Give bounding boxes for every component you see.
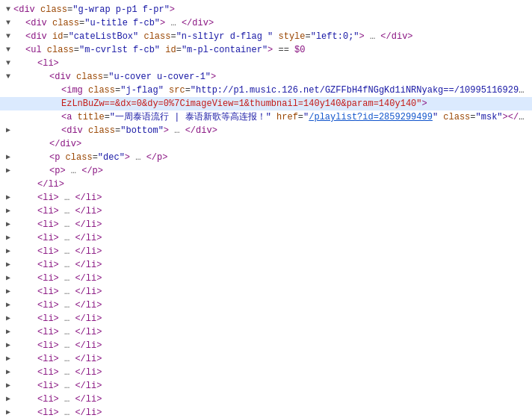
- code-line-12[interactable]: <p class="dec"> … </p>: [0, 151, 532, 164]
- indent-4: [13, 43, 25, 57]
- toggle-23[interactable]: [3, 300, 13, 311]
- toggle-4[interactable]: [3, 45, 13, 55]
- code-line-13[interactable]: <p> … </p>: [0, 164, 532, 178]
- code-line-28[interactable]: <li> … </li>: [0, 366, 532, 379]
- code-line-16[interactable]: <li> … </li>: [0, 205, 532, 218]
- code-line-22[interactable]: <li> … </li>: [0, 285, 532, 299]
- indent-2: [13, 16, 25, 30]
- indent-19: [13, 245, 37, 258]
- code-line-29[interactable]: <li> … </li>: [0, 379, 532, 393]
- toggle-27[interactable]: [3, 354, 13, 364]
- line-content-22: <li> … </li>: [37, 285, 529, 299]
- line-content-3: <div id="cateListBox" class="n-sltlyr d-…: [25, 30, 529, 43]
- indent-12: [13, 151, 49, 164]
- indent-26: [13, 339, 37, 352]
- toggle-19[interactable]: [3, 246, 13, 257]
- line-content-1: <div class="g-wrap p-p1 f-pr">: [13, 3, 529, 16]
- toggle-22[interactable]: [3, 287, 13, 297]
- toggle-12[interactable]: [3, 152, 13, 163]
- line-content-27: <li> … </li>: [37, 352, 529, 366]
- indent-25: [13, 325, 37, 339]
- code-line-11[interactable]: </div>: [0, 137, 532, 151]
- toggle-21[interactable]: [3, 273, 13, 284]
- indent-31: [13, 406, 37, 418]
- indent-14: [13, 178, 37, 191]
- toggle-13[interactable]: [3, 166, 13, 176]
- indent-7: [13, 84, 61, 97]
- code-area: <div class="g-wrap p-p1 f-pr"> <div clas…: [0, 0, 532, 418]
- code-line-5[interactable]: <li>: [0, 57, 532, 70]
- toggle-1[interactable]: [3, 4, 13, 15]
- line-content-28: <li> … </li>: [37, 366, 529, 379]
- code-line-26[interactable]: <li> … </li>: [0, 339, 532, 352]
- code-line-10[interactable]: <div class="bottom"> … </div>: [0, 124, 532, 137]
- line-content-25: <li> … </li>: [37, 325, 529, 339]
- toggle-24[interactable]: [3, 314, 13, 324]
- indent-3: [13, 30, 25, 43]
- indent-6: [13, 70, 49, 84]
- code-line-23[interactable]: <li> … </li>: [0, 299, 532, 312]
- toggle-26[interactable]: [3, 340, 13, 351]
- toggle-31[interactable]: [3, 408, 13, 418]
- indent-11: [13, 137, 49, 151]
- toggle-5[interactable]: [3, 58, 13, 69]
- toggle-20[interactable]: [3, 260, 13, 270]
- line-content-12: <p class="dec"> … </p>: [49, 151, 529, 164]
- indent-16: [13, 205, 37, 218]
- line-content-13: <p> … </p>: [49, 164, 529, 178]
- line-content-18: <li> … </li>: [37, 231, 529, 245]
- indent-5: [13, 57, 37, 70]
- line-content-26: <li> … </li>: [37, 339, 529, 352]
- code-line-20[interactable]: <li> … </li>: [0, 258, 532, 272]
- code-line-3[interactable]: <div id="cateListBox" class="n-sltlyr d-…: [0, 30, 532, 43]
- toggle-6[interactable]: [3, 72, 13, 82]
- toggle-16[interactable]: [3, 206, 13, 216]
- toggle-18[interactable]: [3, 233, 13, 243]
- line-content-7: <img class="j-flag" src="http://p1.music…: [61, 84, 529, 97]
- indent-27: [13, 352, 37, 366]
- toggle-29[interactable]: [3, 381, 13, 391]
- line-content-8: EzLnBuZw==&dx=0&dy=0%7CimageView=1&thumb…: [61, 97, 529, 110]
- line-content-16: <li> … </li>: [37, 205, 529, 218]
- line-content-10: <div class="bottom"> … </div>: [61, 124, 529, 137]
- toggle-17[interactable]: [3, 219, 13, 230]
- code-line-18[interactable]: <li> … </li>: [0, 231, 532, 245]
- line-content-15: <li> … </li>: [37, 191, 529, 205]
- code-line-31[interactable]: <li> … </li>: [0, 406, 532, 418]
- toggle-30[interactable]: [3, 394, 13, 405]
- code-line-15[interactable]: <li> … </li>: [0, 191, 532, 205]
- code-line-14[interactable]: </li>: [0, 178, 532, 191]
- code-line-17[interactable]: <li> … </li>: [0, 218, 532, 231]
- line-content-24: <li> … </li>: [37, 312, 529, 325]
- code-line-8[interactable]: EzLnBuZw==&dx=0&dy=0%7CimageView=1&thumb…: [0, 97, 532, 110]
- toggle-3[interactable]: [3, 31, 13, 42]
- indent-20: [13, 258, 37, 272]
- indent-24: [13, 312, 37, 325]
- code-line-19[interactable]: <li> … </li>: [0, 245, 532, 258]
- code-line-21[interactable]: <li> … </li>: [0, 272, 532, 285]
- indent-30: [13, 393, 37, 406]
- indent-8: [13, 97, 61, 110]
- code-line-6[interactable]: <div class="u-cover u-cover-1">: [0, 70, 532, 84]
- indent-29: [13, 379, 37, 393]
- toggle-25[interactable]: [3, 327, 13, 337]
- line-content-29: <li> … </li>: [37, 379, 529, 393]
- toggle-2[interactable]: [3, 18, 13, 28]
- line-content-23: <li> … </li>: [37, 299, 529, 312]
- code-line-7[interactable]: <img class="j-flag" src="http://p1.music…: [0, 84, 532, 97]
- code-line-30[interactable]: <li> … </li>: [0, 393, 532, 406]
- toggle-10[interactable]: [3, 125, 13, 136]
- code-line-27[interactable]: <li> … </li>: [0, 352, 532, 366]
- code-line-1[interactable]: <div class="g-wrap p-p1 f-pr">: [0, 3, 532, 16]
- code-line-25[interactable]: <li> … </li>: [0, 325, 532, 339]
- line-content-9: <a title="一周泰语流行 | 泰语新歌等高连报！" href="/pla…: [61, 110, 529, 124]
- code-line-4[interactable]: <ul class="m-cvrlst f-cb" id="m-pl-conta…: [0, 43, 532, 57]
- indent-17: [13, 218, 37, 231]
- toggle-28[interactable]: [3, 367, 13, 378]
- indent-13: [13, 164, 49, 178]
- toggle-15[interactable]: [3, 193, 13, 203]
- indent-23: [13, 299, 37, 312]
- code-line-24[interactable]: <li> … </li>: [0, 312, 532, 325]
- code-line-2[interactable]: <div class="u-title f-cb"> … </div>: [0, 16, 532, 30]
- code-line-9[interactable]: <a title="一周泰语流行 | 泰语新歌等高连报！" href="/pla…: [0, 110, 532, 124]
